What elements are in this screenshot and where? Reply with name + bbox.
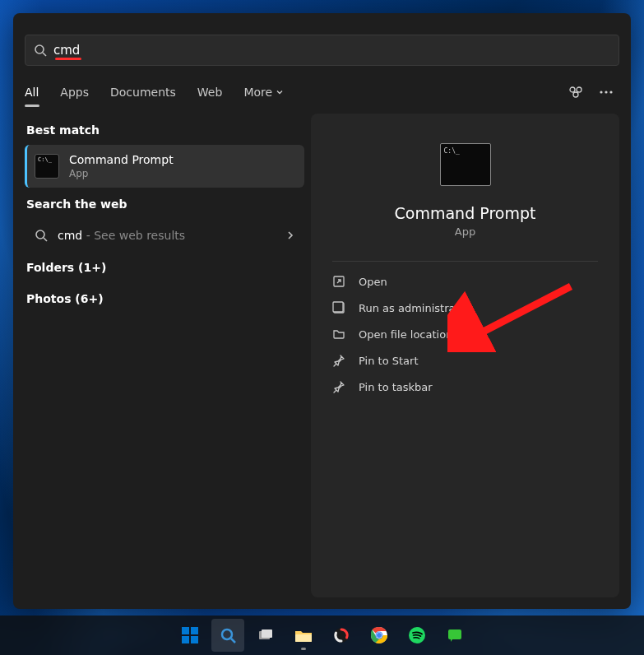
command-prompt-icon: C:\_ bbox=[35, 154, 59, 179]
action-run-admin[interactable]: Run as administrator bbox=[317, 295, 613, 321]
svg-point-0 bbox=[35, 45, 44, 53]
file-explorer-button[interactable] bbox=[287, 619, 320, 652]
action-pin-start[interactable]: Pin to Start bbox=[317, 347, 613, 374]
svg-point-4 bbox=[573, 92, 578, 97]
folders-header[interactable]: Folders (1+) bbox=[25, 251, 304, 282]
search-icon bbox=[35, 229, 48, 242]
search-taskbar-button[interactable] bbox=[211, 619, 244, 652]
web-query: cmd bbox=[58, 229, 82, 242]
svg-point-3 bbox=[577, 87, 581, 92]
preview-panel: C:\_ Command Prompt App Open Run as admi… bbox=[311, 114, 619, 597]
filter-tabs: All Apps Documents Web More bbox=[13, 79, 631, 114]
chrome-button[interactable] bbox=[363, 619, 396, 652]
search-box[interactable] bbox=[25, 35, 619, 66]
preview-app-icon: C:\_ bbox=[440, 143, 491, 186]
tab-all[interactable]: All bbox=[25, 81, 39, 104]
search-input[interactable] bbox=[53, 43, 610, 58]
folder-icon bbox=[332, 328, 345, 341]
svg-rect-17 bbox=[191, 636, 198, 643]
svg-point-7 bbox=[609, 91, 612, 93]
action-open[interactable]: Open bbox=[317, 268, 613, 295]
web-suffix: - See web results bbox=[82, 229, 185, 242]
best-match-header: Best match bbox=[25, 114, 304, 145]
preview-title: Command Prompt bbox=[311, 204, 619, 222]
spotify-button[interactable] bbox=[401, 619, 433, 652]
svg-rect-12 bbox=[333, 302, 343, 312]
web-search-result[interactable]: cmd - See web results bbox=[25, 219, 304, 251]
tab-web[interactable]: Web bbox=[197, 81, 223, 104]
result-subtitle: App bbox=[69, 168, 174, 179]
best-match-result[interactable]: C:\_ Command Prompt App bbox=[25, 145, 304, 188]
category-button[interactable] bbox=[563, 79, 590, 105]
annotation-underline bbox=[55, 58, 81, 60]
chevron-right-icon bbox=[286, 230, 294, 240]
task-view-button[interactable] bbox=[249, 619, 282, 652]
result-text: Command Prompt App bbox=[69, 153, 174, 179]
svg-point-2 bbox=[570, 87, 575, 92]
admin-icon bbox=[332, 301, 345, 314]
svg-point-18 bbox=[222, 629, 232, 639]
svg-rect-15 bbox=[191, 627, 198, 634]
photos-header[interactable]: Photos (6+) bbox=[25, 282, 304, 314]
app-share-x[interactable] bbox=[325, 619, 358, 652]
svg-rect-29 bbox=[448, 629, 461, 639]
divider bbox=[332, 261, 598, 262]
action-pin-taskbar[interactable]: Pin to taskbar bbox=[317, 374, 613, 400]
svg-rect-21 bbox=[262, 629, 272, 638]
more-options-button[interactable] bbox=[593, 79, 619, 105]
svg-rect-14 bbox=[182, 627, 189, 634]
search-web-header: Search the web bbox=[25, 188, 304, 219]
tab-documents[interactable]: Documents bbox=[110, 81, 176, 104]
chat-button[interactable] bbox=[438, 619, 471, 652]
svg-point-8 bbox=[36, 230, 44, 239]
svg-rect-22 bbox=[295, 634, 312, 642]
result-title: Command Prompt bbox=[69, 153, 174, 166]
open-icon bbox=[332, 275, 345, 288]
svg-point-5 bbox=[600, 91, 602, 93]
pin-icon bbox=[332, 380, 345, 393]
action-list: Open Run as administrator Open file loca… bbox=[311, 265, 619, 403]
svg-line-1 bbox=[43, 53, 46, 56]
tab-more[interactable]: More bbox=[243, 81, 284, 104]
svg-line-9 bbox=[44, 238, 47, 241]
svg-line-19 bbox=[231, 639, 235, 643]
svg-rect-16 bbox=[182, 636, 189, 643]
svg-point-27 bbox=[377, 633, 382, 638]
search-icon bbox=[34, 44, 47, 57]
preview-subtitle: App bbox=[311, 225, 619, 238]
chevron-down-icon bbox=[276, 88, 284, 96]
start-search-panel: All Apps Documents Web More Best match C… bbox=[13, 13, 631, 609]
action-open-location[interactable]: Open file location bbox=[317, 321, 613, 347]
taskbar bbox=[0, 616, 644, 655]
results-column: Best match C:\_ Command Prompt App Searc… bbox=[25, 114, 304, 597]
tab-apps[interactable]: Apps bbox=[60, 81, 89, 104]
svg-point-6 bbox=[605, 91, 607, 93]
start-button[interactable] bbox=[174, 619, 206, 652]
pin-icon bbox=[332, 354, 345, 367]
